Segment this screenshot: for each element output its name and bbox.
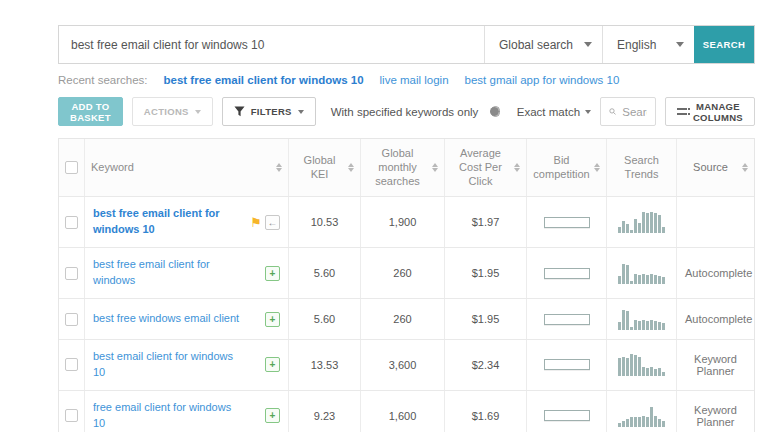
keyword-link[interactable]: best free windows email client <box>93 311 241 327</box>
sort-icon[interactable] <box>432 163 438 172</box>
sort-icon[interactable] <box>514 163 520 172</box>
match-mode-select[interactable]: Exact match <box>517 106 591 118</box>
keyword-link[interactable]: best free email client for windows 10 <box>93 206 241 238</box>
filter-keywords-input[interactable] <box>622 106 647 118</box>
sort-icon[interactable] <box>348 163 354 172</box>
recent-searches: Recent searches: best free email client … <box>58 74 755 86</box>
columns-icon <box>677 108 687 115</box>
keyword-actions: + <box>265 357 280 372</box>
keyword-cell: best free windows email client + <box>85 299 289 339</box>
search-trends-cell <box>607 391 677 432</box>
column-header-global-kei[interactable]: Global KEI <box>289 139 361 196</box>
keyword-cell: free email client for windows 10 + <box>85 391 289 432</box>
add-keyword-icon[interactable]: + <box>265 266 280 281</box>
row-checkbox[interactable] <box>65 409 78 422</box>
row-checkbox[interactable] <box>65 267 78 280</box>
row-checkbox-cell <box>59 197 85 247</box>
recent-search-link[interactable]: live mail login <box>380 74 449 86</box>
column-header-bid-competition[interactable]: Bid competition <box>527 139 607 196</box>
keyword-actions: + <box>265 312 280 327</box>
source-cell <box>677 197 754 247</box>
column-header-label: Bid competition <box>533 154 590 182</box>
funnel-icon <box>234 106 245 117</box>
chevron-down-icon <box>676 42 684 47</box>
keyword-link[interactable]: best free email client for windows <box>93 257 241 289</box>
filters-button-label: FILTERS <box>251 106 292 117</box>
specified-keywords-label: With specified keywords only <box>331 106 479 118</box>
add-keyword-icon[interactable]: + <box>265 357 280 372</box>
global-kei-cell: 9.23 <box>289 391 361 432</box>
row-checkbox-cell <box>59 299 85 339</box>
monthly-searches-cell: 1,900 <box>361 197 445 247</box>
specified-keywords-toggle[interactable] <box>491 106 499 117</box>
global-kei-cell: 10.53 <box>289 197 361 247</box>
keyword-link[interactable]: free email client for windows 10 <box>93 400 241 432</box>
column-header-global-monthly-searches[interactable]: Global monthly searches <box>361 139 445 196</box>
actions-button[interactable]: ACTIONS <box>132 97 213 126</box>
keyword-actions: + <box>265 408 280 423</box>
trend-sparkline <box>618 308 665 330</box>
keyword-query-input[interactable] <box>59 26 484 63</box>
table-row: best free email client for windows + 5.6… <box>59 248 754 299</box>
recent-search-link[interactable]: best gmail app for windows 10 <box>465 74 620 86</box>
search-trends-cell <box>607 248 677 298</box>
keyword-link[interactable]: best email client for windows 10 <box>93 349 241 381</box>
row-checkbox-cell <box>59 248 85 298</box>
insert-keyword-icon[interactable]: ← <box>265 215 280 230</box>
column-header-label: Global KEI <box>295 154 344 182</box>
column-header-label: Search Trends <box>613 154 670 182</box>
monthly-searches-cell: 260 <box>361 248 445 298</box>
global-kei-cell: 5.60 <box>289 248 361 298</box>
column-header-label: Average Cost Per Click <box>451 147 510 188</box>
keyword-cell: best email client for windows 10 + <box>85 340 289 390</box>
monthly-searches-cell: 1,600 <box>361 391 445 432</box>
source-cell: Autocomplete <box>677 299 760 339</box>
row-checkbox-cell <box>59 391 85 432</box>
recent-search-link[interactable]: best free email client for windows 10 <box>164 74 364 86</box>
keyword-actions: ⚑← <box>250 215 280 230</box>
trend-sparkline <box>618 211 665 233</box>
recent-searches-label: Recent searches: <box>58 74 148 86</box>
sort-icon[interactable] <box>742 163 748 172</box>
filters-button[interactable]: FILTERS <box>222 97 316 126</box>
chevron-down-icon <box>195 110 201 114</box>
filter-keywords-searchbox <box>600 97 656 126</box>
bid-competition-bar <box>544 314 590 325</box>
sort-icon[interactable] <box>594 163 600 172</box>
bid-competition-bar <box>544 410 590 421</box>
bid-competition-bar <box>544 268 590 279</box>
row-checkbox[interactable] <box>65 216 78 229</box>
column-header-average-cost-per-click[interactable]: Average Cost Per Click <box>445 139 527 196</box>
manage-columns-label: MANAGE COLUMNS <box>693 101 743 123</box>
flag-icon: ⚑ <box>250 216 262 229</box>
table-row: best free email client for windows 10 ⚑←… <box>59 197 754 248</box>
source-cell: Keyword Planner <box>677 340 754 390</box>
main-search-bar: Global search English SEARCH <box>58 25 755 64</box>
table-toolbar: ADD TO BASKET ACTIONS FILTERS With speci… <box>58 97 755 126</box>
add-keyword-icon[interactable]: + <box>265 312 280 327</box>
sort-icon[interactable] <box>276 163 282 172</box>
add-to-basket-button[interactable]: ADD TO BASKET <box>58 97 123 126</box>
bid-competition-bar <box>544 217 590 228</box>
toggle-knob <box>490 107 499 116</box>
column-header-keyword[interactable]: Keyword <box>85 139 289 196</box>
actions-button-label: ACTIONS <box>144 106 189 117</box>
select-all-checkbox[interactable] <box>65 161 78 174</box>
language-select-value: English <box>617 38 656 52</box>
column-header-source[interactable]: Source <box>677 139 754 196</box>
cpc-cell: $1.95 <box>445 299 527 339</box>
search-button[interactable]: SEARCH <box>694 26 754 63</box>
region-select[interactable]: Global search <box>484 26 602 63</box>
table-row: free email client for windows 10 + 9.23 … <box>59 391 754 432</box>
row-checkbox[interactable] <box>65 358 78 371</box>
language-select[interactable]: English <box>602 26 694 63</box>
add-keyword-icon[interactable]: + <box>265 408 280 423</box>
row-checkbox[interactable] <box>65 313 78 326</box>
table-row: best email client for windows 10 + 13.53… <box>59 340 754 391</box>
row-checkbox-cell <box>59 340 85 390</box>
manage-columns-button[interactable]: MANAGE COLUMNS <box>665 97 755 126</box>
search-trends-cell <box>607 340 677 390</box>
column-header-label: Keyword <box>91 161 272 175</box>
monthly-searches-cell: 260 <box>361 299 445 339</box>
bid-competition-cell <box>527 340 607 390</box>
